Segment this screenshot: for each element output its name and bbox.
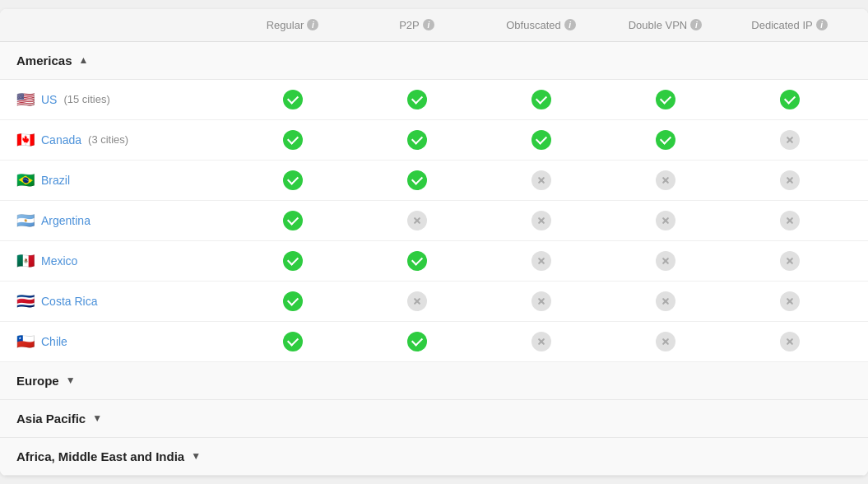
check-icon xyxy=(780,90,800,109)
check-icon xyxy=(407,90,427,109)
status-argentina-obfuscated xyxy=(479,211,603,230)
dedicated-ip-info-icon[interactable]: i xyxy=(816,19,828,30)
regular-info-icon[interactable]: i xyxy=(307,19,318,30)
flag-costa-rica: 🇨🇷 xyxy=(16,294,35,309)
status-brazil-double-vpn xyxy=(603,170,727,190)
status-mexico-p2p xyxy=(355,251,479,271)
europe-chevron: ▼ xyxy=(66,375,76,386)
cities-us: (15 cities) xyxy=(63,93,109,105)
status-brazil-obfuscated xyxy=(479,170,603,190)
cross-icon xyxy=(407,291,427,311)
status-us-regular xyxy=(230,90,355,109)
section-asia-pacific[interactable]: Asia Pacific ▼ xyxy=(0,400,868,438)
country-link-chile[interactable]: Chile xyxy=(41,335,67,348)
header-p2p: P2P i xyxy=(355,19,479,31)
country-cell-canada: 🇨🇦 Canada (3 cities) xyxy=(16,133,230,147)
cross-icon xyxy=(656,170,675,190)
cross-icon xyxy=(531,251,551,271)
obfuscated-info-icon[interactable]: i xyxy=(564,19,576,30)
status-mexico-regular xyxy=(230,251,355,271)
cross-icon xyxy=(780,130,800,150)
country-link-brazil[interactable]: Brazil xyxy=(41,174,70,187)
check-icon xyxy=(656,90,675,109)
header-obfuscated: Obfuscated i xyxy=(479,19,603,31)
table-row: 🇺🇸 US (15 cities) xyxy=(0,80,868,120)
vpn-server-table: Regular i P2P i Obfuscated i Double VPN … xyxy=(0,9,868,476)
table-header: Regular i P2P i Obfuscated i Double VPN … xyxy=(0,9,868,42)
africa-me-india-chevron: ▼ xyxy=(191,450,201,462)
country-cell-us: 🇺🇸 US (15 cities) xyxy=(16,92,230,107)
status-argentina-p2p xyxy=(355,211,479,230)
check-icon xyxy=(407,251,427,271)
cities-canada: (3 cities) xyxy=(88,133,128,146)
header-regular: Regular i xyxy=(230,19,355,31)
cross-icon xyxy=(531,211,551,230)
flag-argentina: 🇦🇷 xyxy=(16,213,35,228)
status-chile-p2p xyxy=(355,332,479,351)
flag-us: 🇺🇸 xyxy=(16,92,35,107)
status-canada-obfuscated xyxy=(479,130,603,150)
status-brazil-p2p xyxy=(355,170,479,190)
table-row: 🇨🇱 Chile xyxy=(0,322,868,362)
country-cell-argentina: 🇦🇷 Argentina xyxy=(16,213,230,228)
header-obfuscated-label: Obfuscated xyxy=(506,19,561,31)
check-icon xyxy=(283,170,303,190)
table-row: 🇨🇦 Canada (3 cities) xyxy=(0,120,868,161)
cross-icon xyxy=(531,332,551,351)
check-icon xyxy=(283,130,303,150)
status-us-obfuscated xyxy=(479,90,603,109)
status-costarica-dedicated-ip xyxy=(727,291,852,311)
status-us-dedicated-ip xyxy=(727,90,852,109)
cross-icon xyxy=(656,291,675,311)
country-link-argentina[interactable]: Argentina xyxy=(41,214,91,227)
status-us-p2p xyxy=(355,90,479,109)
cross-icon xyxy=(780,291,800,311)
status-canada-regular xyxy=(230,130,355,150)
country-cell-brazil: 🇧🇷 Brazil xyxy=(16,173,230,188)
status-us-double-vpn xyxy=(603,90,727,109)
cross-icon xyxy=(780,251,800,271)
status-chile-double-vpn xyxy=(603,332,727,351)
status-canada-p2p xyxy=(355,130,479,150)
header-dedicated-ip-label: Dedicated IP xyxy=(751,19,812,31)
status-mexico-double-vpn xyxy=(603,251,727,271)
cross-icon xyxy=(531,170,551,190)
section-americas[interactable]: Americas ▲ xyxy=(0,42,868,80)
check-icon xyxy=(656,130,675,150)
country-link-us[interactable]: US xyxy=(41,93,57,106)
section-americas-label: Americas xyxy=(16,54,72,67)
double-vpn-info-icon[interactable]: i xyxy=(690,19,702,30)
p2p-info-icon[interactable]: i xyxy=(423,19,434,30)
flag-chile: 🇨🇱 xyxy=(16,334,35,349)
status-costarica-p2p xyxy=(355,291,479,311)
section-africa-me-india[interactable]: Africa, Middle East and India ▼ xyxy=(0,438,868,476)
status-chile-regular xyxy=(230,332,355,351)
status-chile-obfuscated xyxy=(479,332,603,351)
check-icon xyxy=(407,130,427,150)
flag-brazil: 🇧🇷 xyxy=(16,173,35,188)
table-row: 🇦🇷 Argentina xyxy=(0,201,868,241)
cross-icon xyxy=(656,211,675,230)
country-link-costa-rica[interactable]: Costa Rica xyxy=(41,295,97,308)
status-brazil-regular xyxy=(230,170,355,190)
check-icon xyxy=(283,211,303,230)
status-argentina-regular xyxy=(230,211,355,230)
status-costarica-obfuscated xyxy=(479,291,603,311)
section-asia-pacific-label: Asia Pacific xyxy=(16,412,86,426)
check-icon xyxy=(531,130,551,150)
country-cell-chile: 🇨🇱 Chile xyxy=(16,334,230,349)
table-row: 🇧🇷 Brazil xyxy=(0,161,868,201)
flag-canada: 🇨🇦 xyxy=(16,133,35,147)
section-europe[interactable]: Europe ▼ xyxy=(0,362,868,400)
status-canada-dedicated-ip xyxy=(727,130,852,150)
country-link-canada[interactable]: Canada xyxy=(41,133,81,147)
americas-chevron: ▲ xyxy=(79,54,89,66)
header-double-vpn-label: Double VPN xyxy=(629,19,688,31)
country-link-mexico[interactable]: Mexico xyxy=(41,254,77,268)
header-regular-label: Regular xyxy=(267,19,304,31)
header-country xyxy=(16,19,230,31)
country-cell-costa-rica: 🇨🇷 Costa Rica xyxy=(16,294,230,309)
check-icon xyxy=(531,90,551,109)
table-row: 🇲🇽 Mexico xyxy=(0,241,868,282)
check-icon xyxy=(283,90,303,109)
